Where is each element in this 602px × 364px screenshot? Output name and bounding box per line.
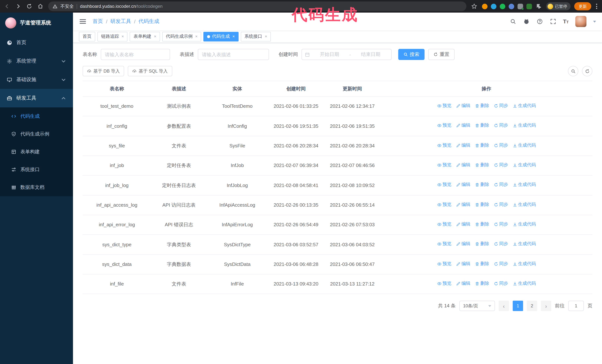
generate-code-link[interactable]: 生成代码 [513, 221, 536, 228]
back-icon[interactable] [4, 3, 10, 10]
extension-icon[interactable] [509, 3, 514, 9]
sidebar-item-codegen[interactable]: 代码生成 [0, 107, 73, 125]
sync-link[interactable]: 同步 [494, 221, 508, 228]
goto-page-input[interactable] [568, 301, 584, 311]
font-size-icon[interactable] [563, 18, 569, 25]
page-button-1[interactable]: 1 [513, 301, 523, 311]
edit-link[interactable]: 编辑 [456, 201, 470, 208]
preview-link[interactable]: 预览 [437, 280, 452, 287]
generate-code-link[interactable]: 生成代码 [513, 161, 536, 169]
edit-link[interactable]: 编辑 [456, 142, 470, 149]
table-name-input[interactable] [101, 49, 170, 60]
edit-link[interactable]: 编辑 [456, 240, 470, 248]
tab-form-builder[interactable]: 表单构建 [130, 32, 160, 41]
extension-icon[interactable] [482, 3, 487, 9]
delete-link[interactable]: 删除 [475, 221, 489, 228]
delete-link[interactable]: 删除 [475, 201, 489, 208]
close-icon[interactable] [121, 34, 124, 39]
edit-link[interactable]: 编辑 [456, 102, 470, 110]
edit-link[interactable]: 编辑 [456, 161, 470, 169]
generate-code-link[interactable]: 生成代码 [513, 260, 536, 268]
tab-api[interactable]: 系统接口 [241, 32, 271, 41]
sync-link[interactable]: 同步 [494, 122, 508, 129]
preview-link[interactable]: 预览 [437, 142, 452, 149]
sync-link[interactable]: 同步 [494, 260, 508, 268]
delete-link[interactable]: 删除 [475, 122, 489, 129]
tab-home[interactable]: 首页 [79, 32, 95, 41]
tab-tracing[interactable]: 链路追踪 [97, 32, 128, 41]
edit-link[interactable]: 编辑 [456, 221, 470, 228]
browser-menu-icon[interactable] [595, 4, 598, 9]
sync-link[interactable]: 同步 [494, 161, 508, 169]
extension-icon[interactable] [500, 3, 505, 9]
toggle-search-button[interactable] [568, 66, 578, 76]
sync-link[interactable]: 同步 [494, 240, 508, 248]
avatar-caret-icon[interactable] [593, 21, 596, 22]
fullscreen-icon[interactable] [549, 18, 556, 25]
paused-badge[interactable]: 已暂停 [546, 2, 570, 10]
extension-icon[interactable] [517, 3, 523, 9]
preview-link[interactable]: 预览 [437, 161, 452, 169]
page-button-2[interactable]: 2 [527, 301, 537, 311]
breadcrumb-current[interactable]: 代码生成 [139, 18, 159, 25]
sidebar-item-db-doc[interactable]: 数据库文档 [0, 178, 73, 196]
generate-code-link[interactable]: 生成代码 [513, 201, 536, 208]
update-button[interactable]: 更新 [574, 2, 591, 10]
generate-code-link[interactable]: 生成代码 [513, 102, 536, 110]
forward-icon[interactable] [15, 3, 22, 10]
refresh-table-button[interactable] [582, 66, 592, 76]
generate-code-link[interactable]: 生成代码 [513, 280, 536, 287]
reset-button[interactable]: 重置 [428, 49, 455, 60]
preview-link[interactable]: 预览 [437, 240, 452, 248]
edit-link[interactable]: 编辑 [456, 181, 470, 189]
table-desc-input[interactable] [198, 49, 269, 60]
generate-code-link[interactable]: 生成代码 [513, 142, 536, 149]
address-bar[interactable]: 不安全 dashboard.yudao.iocoder.cn/tool/code… [48, 1, 466, 11]
page-size-select[interactable]: 10条/页 [459, 301, 495, 311]
delete-link[interactable]: 删除 [475, 260, 489, 268]
sync-link[interactable]: 同步 [494, 102, 508, 110]
sidebar-item-api[interactable]: 系统接口 [0, 161, 73, 178]
breadcrumb-devtools[interactable]: 研发工具 [110, 18, 131, 25]
delete-link[interactable]: 删除 [475, 161, 489, 169]
preview-link[interactable]: 预览 [437, 122, 452, 129]
import-db-button[interactable]: 基于 DB 导入 [83, 66, 124, 76]
generate-code-link[interactable]: 生成代码 [513, 122, 536, 129]
hamburger-icon[interactable] [79, 18, 87, 25]
sidebar-item-form-builder[interactable]: 表单构建 [0, 143, 73, 161]
delete-link[interactable]: 删除 [475, 102, 489, 110]
prev-page-button[interactable] [499, 301, 509, 311]
extension-icon[interactable] [527, 3, 532, 9]
edit-link[interactable]: 编辑 [456, 122, 470, 129]
home-icon[interactable] [37, 3, 44, 10]
sync-link[interactable]: 同步 [494, 201, 508, 208]
preview-link[interactable]: 预览 [437, 181, 452, 189]
close-icon[interactable] [265, 34, 267, 39]
delete-link[interactable]: 删除 [475, 181, 489, 189]
breadcrumb-home[interactable]: 首页 [93, 18, 103, 25]
preview-link[interactable]: 预览 [437, 102, 452, 110]
sidebar-logo[interactable]: 芋道管理系统 [0, 13, 73, 33]
reload-icon[interactable] [26, 3, 32, 10]
next-page-button[interactable] [541, 301, 551, 311]
delete-link[interactable]: 删除 [475, 142, 489, 149]
tab-codegen[interactable]: 代码生成 [204, 32, 239, 41]
sidebar-item-home[interactable]: 首页 [0, 33, 73, 52]
close-icon[interactable] [154, 34, 156, 39]
preview-link[interactable]: 预览 [437, 260, 452, 268]
delete-link[interactable]: 删除 [475, 240, 489, 248]
close-icon[interactable] [232, 34, 235, 39]
sidebar-item-devtools[interactable]: 研发工具 [0, 89, 73, 107]
edit-link[interactable]: 编辑 [456, 280, 470, 287]
sidebar-item-codegen-example[interactable]: 代码生成示例 [0, 125, 73, 143]
search-button[interactable]: 搜索 [398, 49, 425, 60]
github-icon[interactable] [523, 18, 530, 25]
extensions-puzzle-icon[interactable] [536, 3, 542, 10]
close-icon[interactable] [195, 34, 198, 39]
sidebar-item-system[interactable]: 系统管理 [0, 52, 73, 70]
help-icon[interactable] [536, 18, 543, 25]
search-icon[interactable] [510, 18, 516, 25]
delete-link[interactable]: 删除 [475, 280, 489, 287]
generate-code-link[interactable]: 生成代码 [513, 181, 536, 189]
extension-icon[interactable] [491, 3, 496, 9]
